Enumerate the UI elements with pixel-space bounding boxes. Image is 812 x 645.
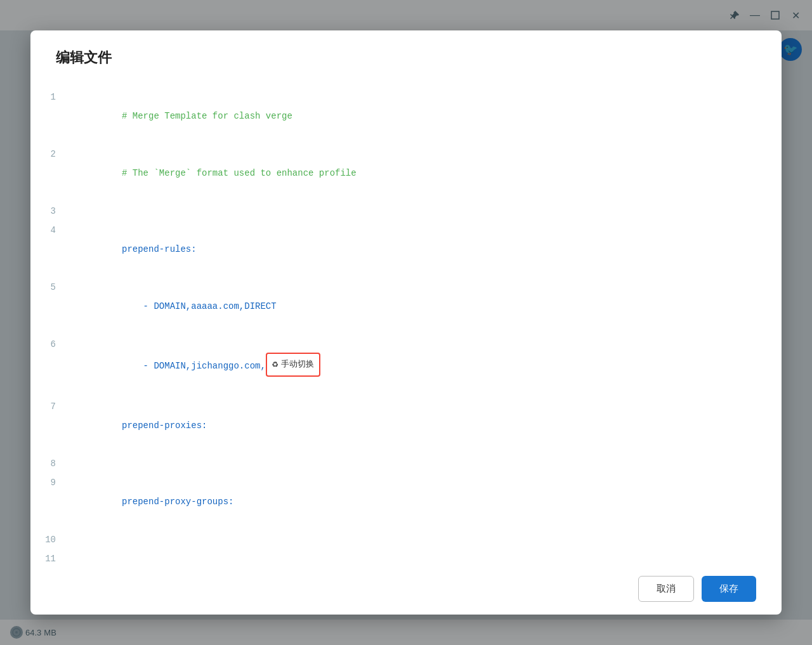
code-line-6: 6 - DOMAIN,jichanggo.com,♻️手动切换 xyxy=(30,335,782,397)
line-number-9: 9 xyxy=(30,473,69,492)
tooltip-popup[interactable]: ♻️手动切换 xyxy=(266,353,320,377)
line-number-10: 10 xyxy=(30,530,69,549)
code-line-1: 1 # Merge Template for clash verge xyxy=(30,88,782,145)
save-button[interactable]: 保存 xyxy=(702,576,756,602)
code-line-8: 8 xyxy=(30,454,782,473)
code-line-7: 7 prepend-proxies: xyxy=(30,397,782,454)
line-number-11: 11 xyxy=(30,549,69,563)
line-content-4[interactable]: prepend-rules: xyxy=(69,221,782,278)
line-content-1[interactable]: # Merge Template for clash verge xyxy=(69,88,782,145)
code-line-3: 3 xyxy=(30,202,782,221)
code-line-9: 9 prepend-proxy-groups: xyxy=(30,473,782,530)
modal-header: 编辑文件 xyxy=(30,30,782,77)
line-content-3[interactable] xyxy=(69,202,782,221)
code-line-11: 11 append-rules: xyxy=(30,549,782,563)
code-line-10: 10 xyxy=(30,530,782,549)
line-number-2: 2 xyxy=(30,145,69,164)
modal-title: 编辑文件 xyxy=(56,48,756,67)
line-content-8[interactable] xyxy=(69,454,782,473)
line-content-7[interactable]: prepend-proxies: xyxy=(69,397,782,454)
edit-file-modal: 编辑文件 1 # Merge Template for clash verge … xyxy=(30,30,782,615)
line-content-11[interactable]: append-rules: xyxy=(69,549,782,563)
line-content-9[interactable]: prepend-proxy-groups: xyxy=(69,473,782,530)
line-number-1: 1 xyxy=(30,88,69,107)
line-content-5[interactable]: - DOMAIN,aaaaa.com,DIRECT xyxy=(69,278,782,335)
code-line-4: 4 prepend-rules: xyxy=(30,221,782,278)
line-number-6: 6 xyxy=(30,335,69,354)
tooltip-icon: ♻️ xyxy=(272,355,278,374)
tooltip-text: 手动切换 xyxy=(281,355,314,374)
code-line-2: 2 # The `Merge` format used to enhance p… xyxy=(30,145,782,202)
line-number-4: 4 xyxy=(30,221,69,240)
line-number-8: 8 xyxy=(30,454,69,473)
modal-footer: 取消 保存 xyxy=(30,563,782,615)
line-number-5: 5 xyxy=(30,278,69,297)
line-content-10[interactable] xyxy=(69,530,782,549)
line-number-3: 3 xyxy=(30,202,69,221)
code-line-5: 5 - DOMAIN,aaaaa.com,DIRECT xyxy=(30,278,782,335)
cancel-button[interactable]: 取消 xyxy=(638,576,694,602)
code-editor[interactable]: 1 # Merge Template for clash verge 2 # T… xyxy=(30,77,782,563)
line-content-2[interactable]: # The `Merge` format used to enhance pro… xyxy=(69,145,782,202)
line-content-6[interactable]: - DOMAIN,jichanggo.com,♻️手动切换 xyxy=(69,335,782,397)
line-number-7: 7 xyxy=(30,397,69,416)
modal-body: 1 # Merge Template for clash verge 2 # T… xyxy=(30,77,782,563)
